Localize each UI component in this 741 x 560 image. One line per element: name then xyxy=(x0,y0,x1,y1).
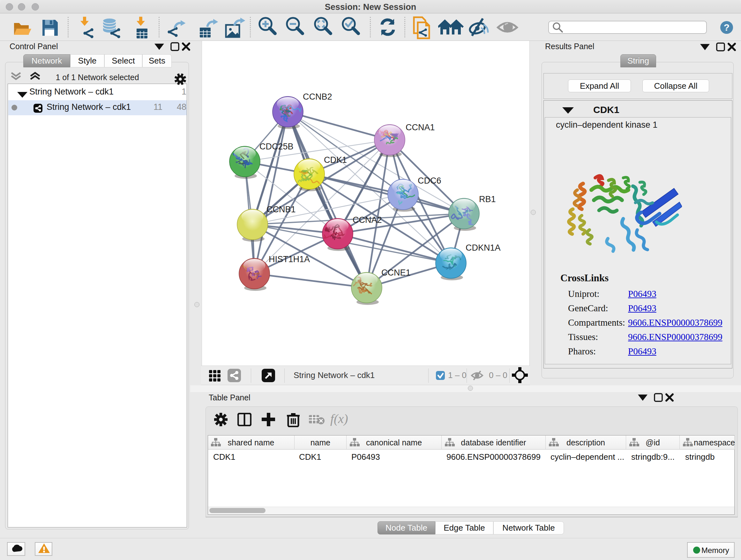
svg-text:CDC6: CDC6 xyxy=(418,176,441,186)
svg-text:CDKN1A: CDKN1A xyxy=(466,243,501,253)
svg-text:CDC25B: CDC25B xyxy=(259,142,293,151)
svg-text:CDK1: CDK1 xyxy=(324,155,347,165)
svg-text:CCNB1: CCNB1 xyxy=(266,205,296,214)
svg-text:HIST1H1A: HIST1H1A xyxy=(269,254,310,264)
svg-text:CCNB2: CCNB2 xyxy=(303,92,332,102)
svg-text:CCNA1: CCNA1 xyxy=(406,123,435,132)
svg-text:RB1: RB1 xyxy=(479,194,496,204)
svg-text:CCNA2: CCNA2 xyxy=(353,215,382,225)
svg-text:?: ? xyxy=(724,22,730,33)
svg-text:CCNE1: CCNE1 xyxy=(381,268,411,277)
